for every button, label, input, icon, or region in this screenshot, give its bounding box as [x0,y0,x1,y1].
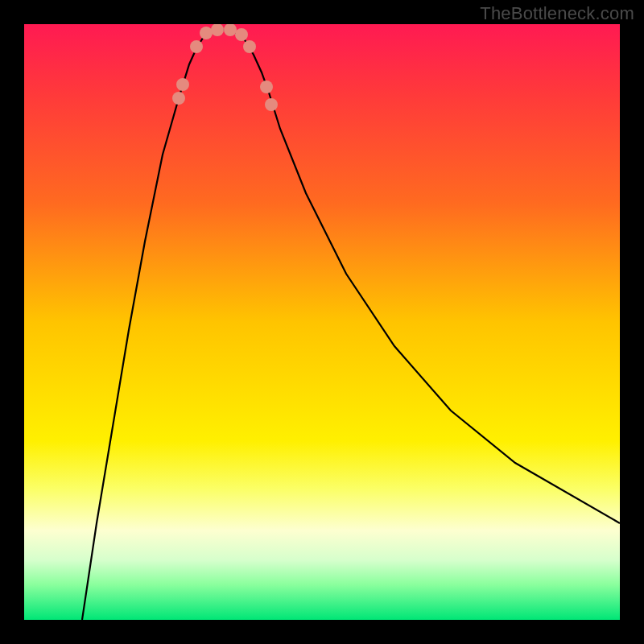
chart-frame: TheBottleneck.com [0,0,644,644]
marker-dot [224,23,237,36]
watermark-text: TheBottleneck.com [480,3,634,24]
marker-dot [176,78,189,91]
marker-dot [200,27,213,39]
bottleneck-chart [0,0,644,644]
marker-dot [260,80,273,93]
marker-dot [265,98,278,111]
marker-dot [235,28,248,41]
marker-dot [172,92,185,105]
marker-dot [211,23,224,36]
plot-background [24,24,620,620]
marker-dot [190,40,203,53]
marker-dot [243,40,256,53]
